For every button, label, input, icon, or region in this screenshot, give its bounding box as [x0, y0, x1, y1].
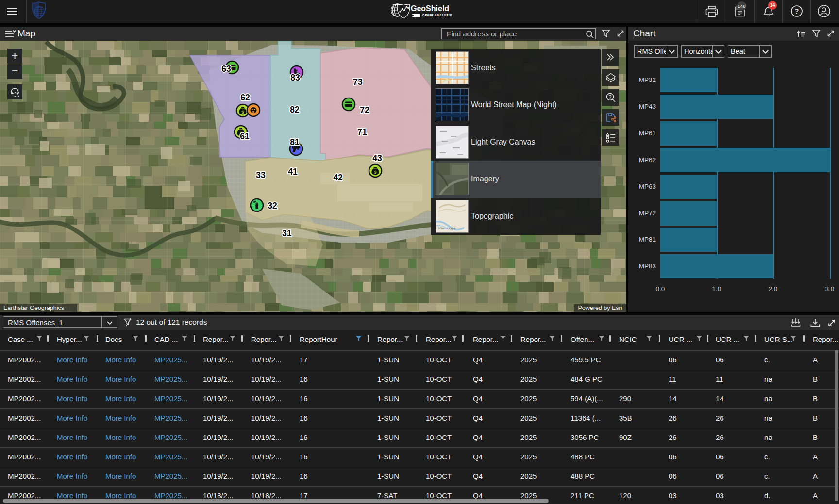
svg-text:32: 32: [268, 201, 277, 211]
svg-text:31: 31: [282, 228, 292, 238]
svg-text:43: 43: [372, 153, 382, 163]
svg-text:71: 71: [357, 127, 367, 137]
svg-text:33: 33: [256, 170, 266, 180]
svg-text:Kamloops: Kamloops: [438, 226, 456, 230]
svg-text:72: 72: [360, 105, 369, 115]
svg-text:$: $: [374, 170, 377, 175]
svg-text:83: 83: [290, 73, 300, 82]
svg-text:?: ?: [608, 94, 611, 100]
svg-text:41: 41: [288, 167, 298, 177]
svg-text:62: 62: [240, 93, 250, 102]
svg-text:42: 42: [333, 173, 343, 182]
svg-text:?: ?: [795, 7, 799, 15]
svg-text:82: 82: [290, 105, 300, 114]
svg-text:81: 81: [290, 137, 300, 147]
svg-text:73: 73: [353, 77, 363, 87]
svg-text:63: 63: [221, 64, 231, 74]
svg-text:$: $: [242, 110, 244, 114]
svg-text:61: 61: [240, 131, 250, 141]
